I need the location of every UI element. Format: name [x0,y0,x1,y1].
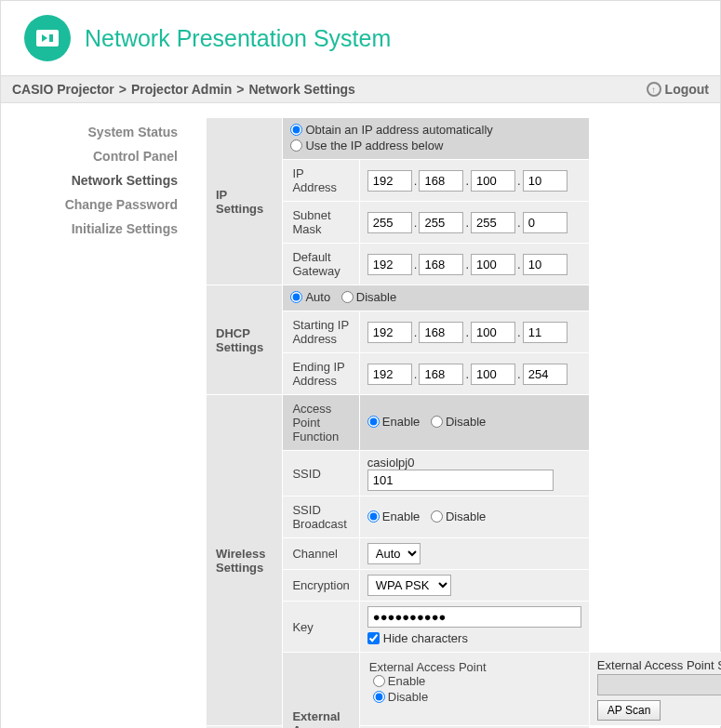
sidebar-item-change-password[interactable]: Change Password [1,192,185,217]
content: IP Settings Obtain an IP address automat… [196,103,721,728]
key-label: Key [283,602,359,653]
gateway-label: Default Gateway [283,244,359,285]
gateway-c[interactable] [471,254,515,275]
dhcp-auto-radio[interactable] [290,291,302,303]
dhcp-end-label: Ending IP Address [283,353,359,395]
ext-enable[interactable]: Enable [373,674,425,688]
logout-label: Logout [665,82,709,97]
section-dhcp: DHCP Settings [207,285,283,395]
subnet-label: Subnet Mask [283,202,359,244]
subnet-b[interactable] [419,212,463,233]
ip-mode-manual-radio[interactable] [290,139,302,152]
broadcast-enable-radio[interactable] [367,510,380,523]
ip-address-d[interactable] [523,170,567,192]
ap-enable[interactable]: Enable [367,415,420,429]
ssid-label: SSID [283,451,359,496]
channel-select[interactable]: Auto [367,543,421,564]
sidebar-item-initialize-settings[interactable]: Initialize Settings [1,217,185,241]
dhcp-start-a[interactable] [367,322,412,343]
section-external: External Access Point [283,653,359,729]
dhcp-auto[interactable]: Auto [290,290,330,304]
dhcp-end-b[interactable] [419,364,463,385]
ip-mode-auto[interactable]: Obtain an IP address automatically [290,123,492,137]
subnet-c[interactable] [471,212,515,233]
broadcast-disable-radio[interactable] [431,510,443,523]
key-input[interactable] [367,606,581,628]
ip-address-c[interactable] [471,170,515,192]
ap-disable-radio[interactable] [431,416,443,428]
ext-disable[interactable]: Disable [373,690,428,704]
ext-enable-radio[interactable] [373,675,385,687]
logout-icon: ↑ [647,82,661,97]
logo-icon [24,15,71,61]
channel-label: Channel [283,538,359,570]
gateway-a[interactable] [367,254,412,275]
ap-enable-radio[interactable] [367,416,380,428]
ap-func-label: Access Point Function [283,395,359,451]
gateway-d[interactable] [523,254,567,275]
dhcp-start-d[interactable] [523,322,567,343]
dhcp-disable[interactable]: Disable [341,290,396,304]
section-ip: IP Settings [207,118,283,285]
hide-chars-checkbox[interactable] [367,632,380,644]
header: Network Presentation System [1,1,720,75]
encryption-select[interactable]: WPA PSK [367,575,451,596]
ip-address-label: IP Address [283,160,359,202]
breadcrumb-item[interactable]: CASIO Projector [12,82,114,97]
ap-disable[interactable]: Disable [431,415,486,429]
section-wireless: Wireless Settings [207,395,283,726]
breadcrumb-item[interactable]: Projector Admin [131,82,232,97]
hide-chars[interactable]: Hide characters [367,631,468,645]
dhcp-end-d[interactable] [523,364,567,385]
dhcp-start-label: Starting IP Address [283,311,359,353]
ext-ssid-label: External Access Point SSID [597,658,721,672]
app-title: Network Presentation System [85,25,391,52]
ssid-prefix: casiolpj0 [367,456,415,470]
ext-ap-label: External Access Point [369,660,487,674]
logout-link[interactable]: ↑ Logout [647,82,709,97]
ap-scan-button[interactable]: AP Scan [597,700,661,721]
subnet-a[interactable] [367,212,412,233]
breadcrumb-sep: > [236,82,244,97]
sidebar: System Status Control Panel Network Sett… [1,103,196,728]
broadcast-label: SSID Broadcast [283,496,359,538]
dhcp-start-c[interactable] [471,322,515,343]
ip-address-a[interactable] [367,170,412,192]
broadcast-disable[interactable]: Disable [431,510,486,523]
ext-disable-radio[interactable] [373,691,385,703]
ip-address-b[interactable] [419,170,463,192]
ip-mode-auto-radio[interactable] [290,124,302,136]
sidebar-item-control-panel[interactable]: Control Panel [1,144,185,168]
dhcp-end-a[interactable] [367,364,412,385]
sidebar-item-network-settings[interactable]: Network Settings [1,168,185,192]
breadcrumb-sep: > [119,82,127,97]
breadcrumb-item[interactable]: Network Settings [248,82,354,97]
breadcrumb-bar: CASIO Projector > Projector Admin > Netw… [1,75,720,103]
ssid-input[interactable] [367,470,554,491]
broadcast-enable[interactable]: Enable [367,510,420,523]
sidebar-item-system-status[interactable]: System Status [1,120,185,144]
ext-ssid-input[interactable] [597,674,721,695]
dhcp-end-c[interactable] [471,364,515,385]
breadcrumb: CASIO Projector > Projector Admin > Netw… [12,82,355,97]
dhcp-start-b[interactable] [419,322,463,343]
encryption-label: Encryption [283,570,359,602]
subnet-d[interactable] [523,212,567,233]
ip-mode-manual[interactable]: Use the IP address below [290,139,443,152]
gateway-b[interactable] [419,254,463,275]
dhcp-disable-radio[interactable] [341,291,354,303]
